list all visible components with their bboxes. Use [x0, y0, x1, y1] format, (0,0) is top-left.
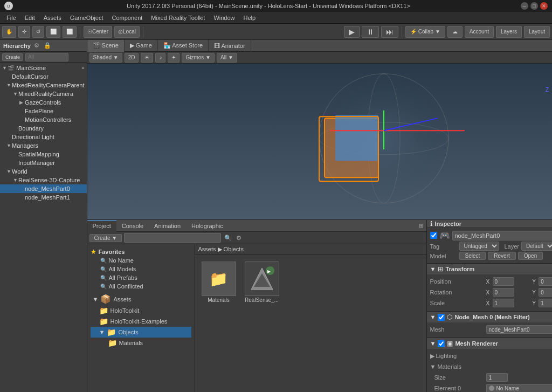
account-button[interactable]: Account	[465, 26, 494, 38]
project-panel-options[interactable]: ⊞	[416, 223, 426, 229]
transform-header[interactable]: ▼ ⊞ Transform ⚙	[427, 264, 553, 274]
tree-item-inputmanager[interactable]: InputManager	[0, 159, 87, 167]
favorites-header[interactable]: ★ Favorites	[91, 247, 191, 256]
tab-assetstore[interactable]: 🏪 Asset Store	[158, 40, 209, 52]
tab-holographic[interactable]: Holographic	[186, 220, 229, 232]
tree-item-managers[interactable]: ▼ Managers	[0, 141, 87, 150]
meshrenderer-header[interactable]: ▼ ▣ Mesh Renderer ⚙	[427, 338, 553, 349]
asset-holotoolkit-examples[interactable]: 📁 HoloToolkit-Examples	[91, 316, 191, 327]
tab-animation[interactable]: Animation	[149, 220, 186, 232]
pos-y-input[interactable]	[539, 277, 552, 286]
maximize-button[interactable]: □	[530, 2, 538, 10]
menu-component[interactable]: Component	[107, 13, 147, 22]
viewport[interactable]: X Y Z ← Persp	[87, 64, 553, 219]
tab-scene[interactable]: 🎬 Scene	[87, 40, 125, 52]
element0-field[interactable]: No Name	[486, 384, 553, 392]
assets-root[interactable]: ▼ 📦 Assets	[91, 293, 191, 305]
rot-y-input[interactable]	[539, 288, 552, 297]
menu-gameobject[interactable]: GameObject	[66, 13, 108, 22]
menu-help[interactable]: Help	[239, 13, 260, 22]
local-button[interactable]: ◎ Local	[114, 26, 140, 38]
asset-thumb-materials[interactable]: 📁 Materials	[199, 259, 238, 305]
meshfilter-enabled[interactable]	[438, 314, 445, 321]
inspector-tag-select[interactable]: Untagged	[459, 242, 499, 251]
tree-item-nodemesh0[interactable]: node_MeshPart0	[0, 184, 87, 193]
tree-item-motioncontrollers[interactable]: MotionControllers	[0, 115, 87, 124]
project-search-input[interactable]	[124, 233, 221, 243]
rect-tool[interactable]: ⬜	[63, 26, 77, 38]
fav-all-models[interactable]: 🔍 All Models	[91, 265, 191, 273]
menu-window[interactable]: Window	[209, 13, 239, 22]
tree-item-mainscene[interactable]: ▼ 🎬 MainScene ≡	[0, 64, 87, 72]
menu-assets[interactable]: Assets	[39, 13, 66, 22]
asset-objects[interactable]: ▼ 📁 Objects	[91, 327, 191, 338]
pause-button[interactable]: ⏸	[362, 26, 379, 38]
tree-item-defaultcursor[interactable]: DefaultCursor	[0, 72, 87, 81]
hierarchy-search[interactable]	[25, 53, 68, 61]
shaded-btn[interactable]: Shaded ▼	[89, 53, 122, 63]
hierarchy-create-btn[interactable]: Create	[2, 53, 23, 61]
play-button[interactable]: ▶	[344, 26, 360, 38]
close-button[interactable]: ✕	[540, 2, 548, 10]
inspector-enabled-checkbox[interactable]	[430, 232, 437, 239]
mesh-value-field[interactable]: node_MeshPart0	[486, 325, 553, 334]
lighting-collapse[interactable]: ▶ Lighting	[430, 353, 484, 360]
tree-item-boundary[interactable]: Boundary	[0, 124, 87, 133]
scl-y-input[interactable]	[539, 299, 552, 307]
inspector-name-field[interactable]	[452, 231, 553, 240]
collab-button[interactable]: ⚡ Collab ▼	[405, 26, 445, 38]
tree-item-fadeplane[interactable]: FadePlane	[0, 107, 87, 115]
tab-game[interactable]: ▶ Game	[125, 40, 158, 52]
sound-btn[interactable]: ♪	[155, 53, 165, 63]
project-search-btn[interactable]: 🔍	[223, 235, 233, 242]
project-gear-btn[interactable]: ⚙	[235, 235, 243, 242]
menu-edit[interactable]: Edit	[20, 13, 39, 22]
menu-file[interactable]: File	[2, 13, 20, 22]
asset-holotoolkit[interactable]: 📁 HoloToolkit	[91, 305, 191, 316]
hierarchy-lock[interactable]: 🔒	[43, 42, 52, 49]
move-tool[interactable]: ✛	[18, 26, 30, 38]
meshrenderer-enabled[interactable]	[438, 340, 445, 347]
size-input[interactable]	[486, 373, 508, 382]
fav-all-prefabs[interactable]: 🔍 All Prefabs	[91, 273, 191, 282]
step-button[interactable]: ⏭	[381, 26, 398, 38]
rotate-tool[interactable]: ↺	[32, 26, 44, 38]
fav-all-materials[interactable]: 🔍 No Name	[91, 256, 191, 265]
hand-tool[interactable]: ✋	[2, 26, 16, 38]
2d-btn[interactable]: 2D	[125, 53, 139, 63]
scale-tool[interactable]: ⬜	[46, 26, 60, 38]
scl-x-input[interactable]	[493, 299, 514, 307]
fav-all-conflicted[interactable]: 🔍 All Conflicted	[91, 282, 191, 291]
pos-x-input[interactable]	[493, 277, 514, 286]
asset-thumb-realsense[interactable]: ▶ RealSense_...	[243, 259, 281, 305]
hierarchy-gear[interactable]: ⚙	[33, 42, 40, 49]
meshfilter-header[interactable]: ▼ ⬡ Node_Mesh 0 (Mesh Filter) ⚙	[427, 312, 553, 322]
menu-mixed-reality[interactable]: Mixed Reality Toolkit	[147, 13, 209, 22]
open-btn[interactable]: Open	[518, 252, 543, 260]
tree-item-mrcam[interactable]: ▼ MixedRealityCamera	[0, 90, 87, 98]
layout-button[interactable]: Layout	[524, 26, 550, 38]
tree-item-nodemesh1[interactable]: node_MeshPart1	[0, 193, 87, 202]
tree-item-mrcamparent[interactable]: ▼ MixedRealityCameraParent	[0, 81, 87, 90]
asset-materials[interactable]: 📁 Materials	[91, 338, 191, 348]
rot-x-input[interactable]	[493, 288, 514, 297]
minimize-button[interactable]: ─	[521, 2, 528, 10]
tree-item-dirlight[interactable]: Directional Light	[0, 133, 87, 141]
inspector-layer-select[interactable]: Default	[521, 242, 552, 251]
tree-item-world[interactable]: ▼ World	[0, 167, 87, 176]
tree-item-realsense[interactable]: ▼ RealSense-3D-Capture	[0, 176, 87, 184]
tab-animator[interactable]: 🎞 Animator	[209, 40, 251, 52]
fx-btn[interactable]: ✦	[168, 53, 180, 63]
tree-item-gazecontrols[interactable]: ▶ GazeControls	[0, 98, 87, 107]
light-btn[interactable]: ☀	[141, 53, 153, 63]
cloud-button[interactable]: ☁	[447, 26, 463, 38]
tab-console[interactable]: Console	[116, 220, 149, 232]
gizmos-btn[interactable]: Gizmos ▼	[182, 53, 215, 63]
center-button[interactable]: ☉ Center	[84, 26, 112, 38]
select-btn[interactable]: Select	[459, 252, 486, 260]
tree-item-spatialmapping[interactable]: SpatialMapping	[0, 150, 87, 159]
tab-project[interactable]: Project	[87, 220, 116, 232]
layers-button[interactable]: Layers	[496, 26, 522, 38]
project-create-btn[interactable]: Create ▼	[89, 234, 122, 242]
all-btn[interactable]: All ▼	[217, 53, 237, 63]
